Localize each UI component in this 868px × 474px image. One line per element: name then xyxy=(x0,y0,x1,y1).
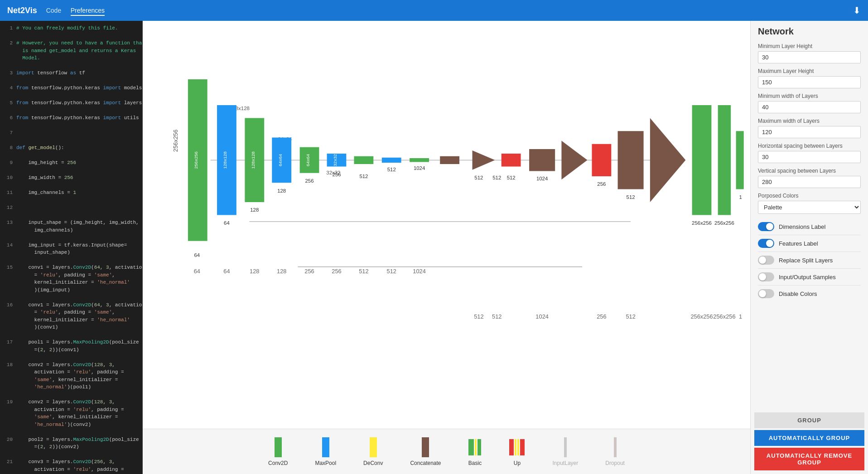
layer-up1[interactable] xyxy=(440,156,459,164)
toggle-io-samples-row: Input/Output Samples xyxy=(758,269,861,285)
legend-dropout-label: Dropout xyxy=(605,460,625,466)
toggle-io-samples-text: Input/Output Samples xyxy=(779,274,836,281)
svg-text:1024: 1024 xyxy=(535,313,549,320)
layer-up3[interactable] xyxy=(618,131,644,189)
network-svg: 256x256 128x128 64x64 32x32 256x256 64 1… xyxy=(143,21,750,429)
layer-concat3[interactable] xyxy=(650,118,685,202)
max-layer-height-label: Maximum Layer Height xyxy=(758,68,861,74)
vertical-spacing-input[interactable] xyxy=(758,176,861,188)
svg-text:64: 64 xyxy=(194,252,200,258)
svg-text:1024: 1024 xyxy=(414,165,425,171)
toggle-disable-colors-row: Disable Colors xyxy=(758,285,861,302)
svg-rect-59 xyxy=(564,437,567,457)
layer-concat1[interactable] xyxy=(473,150,495,170)
svg-text:64: 64 xyxy=(223,268,230,275)
code-line-8: 8def get_model(): xyxy=(0,144,142,152)
max-layer-height-input[interactable] xyxy=(758,76,861,88)
svg-rect-57 xyxy=(517,439,519,455)
svg-text:512: 512 xyxy=(627,194,635,200)
app-title: Net2Vis xyxy=(7,6,37,15)
max-width-input[interactable] xyxy=(758,126,861,138)
code-line-6: 6from tensorflow.python.keras import uti… xyxy=(0,114,142,122)
remove-group-button[interactable]: AUTOMATICALLY REMOVE GROUP xyxy=(754,448,864,470)
min-width-label: Minimum width of Layers xyxy=(758,93,861,99)
layer-deconv1[interactable] xyxy=(502,154,521,167)
layer-pool4[interactable] xyxy=(382,158,401,163)
svg-text:64x64: 64x64 xyxy=(305,154,310,166)
svg-text:128: 128 xyxy=(250,207,259,213)
layer-output[interactable] xyxy=(736,131,744,189)
legend-maxpool-label: MaxPool xyxy=(315,460,336,466)
network-visualization[interactable]: 256x256 128x128 64x64 32x32 256x256 64 1… xyxy=(143,21,750,429)
toggle-replace-split-track[interactable] xyxy=(758,256,774,265)
svg-text:128x128: 128x128 xyxy=(222,151,227,169)
nav-code[interactable]: Code xyxy=(46,7,61,14)
layer-conv4a[interactable] xyxy=(354,156,373,164)
toggle-features-track[interactable] xyxy=(758,239,774,248)
legend-conv2d: Conv2D xyxy=(268,437,288,466)
svg-rect-58 xyxy=(520,439,525,455)
toggle-replace-split[interactable] xyxy=(758,256,774,265)
code-line-18: 18 conv2 = layers.Conv2D(128, 3, activat… xyxy=(0,361,142,391)
code-line-20: 20 pool2 = layers.MaxPooling2D(pool_size… xyxy=(0,436,142,451)
toggle-features-thumb xyxy=(766,240,773,247)
toggle-dimensions-label: Dimensions Label xyxy=(758,218,861,235)
settings-buttons: GROUP AUTOMATICALLY GROUP AUTOMATICALLY … xyxy=(751,409,868,474)
download-icon[interactable]: ⬇ xyxy=(853,5,861,16)
layer-concat2[interactable] xyxy=(561,141,587,180)
toggle-disable-colors-track[interactable] xyxy=(758,289,774,298)
min-layer-height-group: Minimum Layer Height xyxy=(758,43,861,63)
toggle-io-samples-track[interactable] xyxy=(758,272,774,281)
header: Net2Vis Code Preferences ⬇ xyxy=(0,0,868,21)
svg-text:32x32: 32x32 xyxy=(333,154,338,166)
min-layer-height-label: Minimum Layer Height xyxy=(758,43,861,49)
legend-concatenate-shape xyxy=(420,437,431,457)
toggle-dimensions-track[interactable] xyxy=(758,222,774,231)
layer-deconv2[interactable] xyxy=(592,144,611,176)
min-width-input[interactable] xyxy=(758,101,861,113)
nav-preferences[interactable]: Preferences xyxy=(71,7,105,16)
svg-text:512: 512 xyxy=(474,313,483,320)
layer-dec-conv1[interactable] xyxy=(692,105,712,215)
horizontal-spacing-label: Horizontal spacing between Layers xyxy=(758,143,861,149)
svg-text:256: 256 xyxy=(597,313,606,320)
legend-up-shape xyxy=(509,437,526,457)
group-button[interactable]: GROUP xyxy=(754,412,864,428)
visualization-area: 256x256 128x128 64x64 32x32 256x256 64 1… xyxy=(143,21,750,474)
toggle-io-samples-thumb xyxy=(759,273,766,281)
auto-group-button[interactable]: AUTOMATICALLY GROUP xyxy=(754,430,864,446)
toggle-replace-split-text: Replace Split Layers xyxy=(779,257,833,264)
toggle-replace-split-row: Replace Split Layers xyxy=(758,252,861,269)
svg-rect-54 xyxy=(477,439,481,455)
svg-marker-51 xyxy=(422,437,429,457)
code-line-3: 3import tensorflow as tf xyxy=(0,69,142,77)
svg-text:512: 512 xyxy=(359,174,368,179)
code-line-19: 19 conv2 = layers.Conv2D(128, 3, activat… xyxy=(0,398,142,428)
svg-rect-52 xyxy=(468,439,474,455)
legend-conv2d-label: Conv2D xyxy=(268,460,288,466)
main-layout: 1# You can freely modify this file. 2# H… xyxy=(0,21,868,474)
svg-text:64: 64 xyxy=(224,220,230,226)
svg-marker-48 xyxy=(275,437,282,457)
svg-text:256x256: 256x256 xyxy=(690,313,713,320)
legend-concatenate: Concatenate xyxy=(410,437,441,466)
min-layer-height-input[interactable] xyxy=(758,51,861,63)
settings-title: Network xyxy=(758,26,861,37)
layer-dec-conv2[interactable] xyxy=(718,105,731,215)
toggle-disable-colors[interactable] xyxy=(758,289,774,298)
layer-conv5[interactable] xyxy=(410,158,429,162)
layer-up2[interactable] xyxy=(529,149,555,171)
toggle-features[interactable] xyxy=(758,239,774,248)
legend-basic-shape xyxy=(468,437,482,457)
header-nav: Code Preferences xyxy=(46,6,112,15)
horizontal-spacing-input[interactable] xyxy=(758,151,861,163)
legend-concatenate-label: Concatenate xyxy=(410,460,441,466)
toggle-io-samples[interactable] xyxy=(758,272,774,281)
svg-text:512: 512 xyxy=(474,175,483,180)
svg-text:1024: 1024 xyxy=(413,268,426,275)
network-legend: Conv2D MaxPool DeConv xyxy=(143,429,750,474)
horizontal-spacing-group: Horizontal spacing between Layers xyxy=(758,143,861,163)
palette-select[interactable]: Palette xyxy=(758,201,861,214)
legend-inputlayer: InputLayer xyxy=(553,437,579,466)
toggle-dimensions[interactable] xyxy=(758,222,774,231)
